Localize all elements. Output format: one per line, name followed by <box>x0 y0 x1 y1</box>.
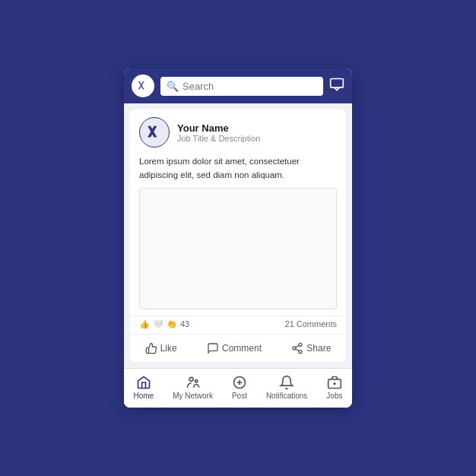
nav-jobs-label: Jobs <box>326 392 342 400</box>
reactions-count: 43 <box>180 319 189 328</box>
nav-post-label: Post <box>232 392 247 400</box>
svg-point-6 <box>189 377 193 381</box>
nav-home[interactable]: Home <box>129 373 158 401</box>
nav-jobs[interactable]: Jobs <box>322 373 347 401</box>
phone-frame: 🔍 Your Name Job Title & Description Lore… <box>124 68 352 408</box>
post-image <box>139 188 337 309</box>
nav-notifications-label: Notifications <box>266 392 307 400</box>
nav-network[interactable]: My Network <box>168 373 217 401</box>
post-stats: 👍 🤍 👏 43 21 Comments <box>130 316 346 334</box>
bottom-nav: Home My Network Post Notifica <box>124 368 352 408</box>
post-actions: Like Comment Share <box>130 334 346 362</box>
like-button[interactable]: Like <box>139 339 183 357</box>
search-input[interactable] <box>182 81 317 92</box>
nav-home-label: Home <box>133 392 154 400</box>
like-label: Like <box>160 343 177 354</box>
nav-network-label: My Network <box>173 392 213 400</box>
svg-point-2 <box>293 347 296 350</box>
thumbs-up-icon: 👍 <box>139 319 150 329</box>
linkedin-logo <box>132 75 154 97</box>
svg-point-7 <box>195 379 197 382</box>
top-bar: 🔍 <box>124 68 352 103</box>
post-text: Lorem ipsum dolor sit amet, consectetuer… <box>130 152 346 188</box>
avatar <box>139 117 170 148</box>
comment-button[interactable]: Comment <box>201 339 268 357</box>
svg-line-5 <box>296 345 300 347</box>
search-icon: 🔍 <box>167 81 179 92</box>
share-label: Share <box>306 343 331 354</box>
comments-count: 21 Comments <box>285 319 337 329</box>
search-bar[interactable]: 🔍 <box>160 77 323 96</box>
clap-icon: 👏 <box>167 319 177 329</box>
user-title: Job Title & Description <box>177 134 260 143</box>
messaging-icon[interactable] <box>329 77 344 95</box>
user-info: Your Name Job Title & Description <box>177 122 260 143</box>
reaction-icons: 👍 🤍 👏 43 <box>139 319 189 329</box>
svg-point-1 <box>299 343 302 346</box>
share-button[interactable]: Share <box>285 339 337 357</box>
svg-rect-0 <box>331 79 344 88</box>
post-card: Your Name Job Title & Description Lorem … <box>130 109 346 362</box>
nav-notifications[interactable]: Notifications <box>262 373 312 401</box>
nav-post[interactable]: Post <box>227 373 252 401</box>
user-name: Your Name <box>177 122 260 134</box>
heart-icon: 🤍 <box>153 319 163 329</box>
svg-point-3 <box>299 350 302 353</box>
post-header: Your Name Job Title & Description <box>130 109 346 152</box>
comment-label: Comment <box>222 343 262 354</box>
svg-line-4 <box>296 349 300 351</box>
